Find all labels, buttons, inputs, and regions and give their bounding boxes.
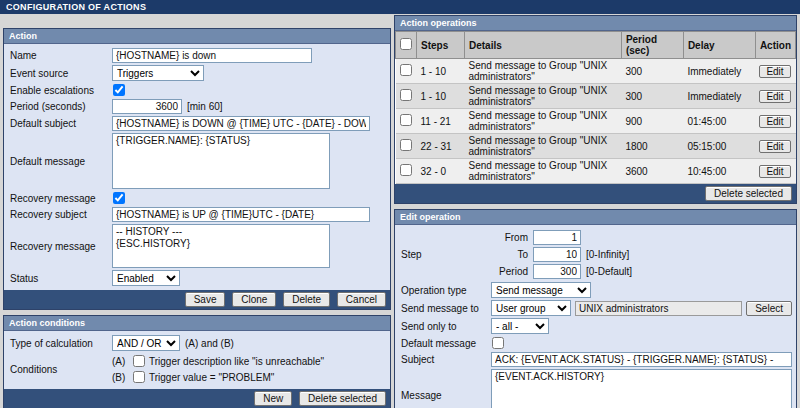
col-period: Period (sec)	[621, 32, 683, 59]
send-message-to-label: Send message to	[399, 303, 491, 314]
row-checkbox[interactable]	[400, 139, 412, 151]
table-row: 11 - 21 Send message to Group "UNIX admi…	[396, 109, 796, 134]
operation-type-label: Operation type	[399, 285, 491, 296]
select-all-checkbox[interactable]	[400, 38, 412, 50]
action-conditions-footer: New Delete selected	[4, 389, 390, 408]
status-select[interactable]: Enabled	[112, 270, 180, 286]
send-only-to-select[interactable]: - all -	[491, 318, 549, 334]
step-period-input[interactable]	[533, 264, 581, 279]
row-period: 3600	[621, 159, 683, 184]
condition-a-checkbox[interactable]	[133, 355, 145, 367]
row-steps: 1 - 10	[417, 84, 465, 109]
calc-type-note: (A) and (B)	[185, 338, 234, 349]
default-subject-input[interactable]	[112, 116, 370, 131]
name-input[interactable]	[112, 48, 312, 63]
event-source-select[interactable]: Triggers	[112, 65, 204, 81]
edit-operation-body: Step From To [0-Infinity] Period [0-D	[395, 225, 796, 408]
action-operations-panel: Action operations Steps Details Period (…	[394, 15, 797, 204]
row-checkbox[interactable]	[400, 64, 412, 76]
message-textarea[interactable]: {EVENT.ACK.HISTORY}	[491, 369, 792, 408]
name-label: Name	[8, 50, 112, 61]
row-details: Send message to Group "UNIX administrato…	[465, 159, 622, 184]
row-details: Send message to Group "UNIX administrato…	[465, 134, 622, 159]
table-row: 22 - 31 Send message to Group "UNIX admi…	[396, 134, 796, 159]
send-message-target-box: UNIX administrators	[575, 301, 742, 316]
operations-table: Steps Details Period (sec) Delay Action …	[395, 31, 796, 184]
row-delay: 10:45:00	[683, 159, 755, 184]
row-period: 1800	[621, 134, 683, 159]
step-to-label: To	[491, 249, 533, 260]
save-button[interactable]: Save	[185, 292, 226, 307]
recovery-message-flag-label: Recovery message	[8, 193, 112, 204]
period-input[interactable]	[112, 99, 182, 114]
row-checkbox[interactable]	[400, 164, 412, 176]
row-delay: 05:15:00	[683, 134, 755, 159]
step-period-hint: [0-Default]	[586, 266, 632, 277]
default-message-flag-label: Default message	[399, 338, 491, 349]
row-period: 900	[621, 109, 683, 134]
delete-selected-operations-button[interactable]: Delete selected	[705, 186, 792, 201]
edit-operation-button[interactable]: Edit	[759, 115, 790, 128]
operation-type-select[interactable]: Send message	[491, 282, 591, 298]
row-details: Send message to Group "UNIX administrato…	[465, 59, 622, 84]
action-panel-footer: Save Clone Delete Cancel	[4, 290, 390, 309]
recovery-message-textarea[interactable]: -- HISTORY --- {ESC.HISTORY}	[112, 224, 330, 268]
recovery-subject-input[interactable]	[112, 207, 370, 222]
recovery-subject-label: Recovery subject	[8, 209, 112, 220]
recovery-message-label: Recovery message	[8, 241, 112, 252]
condition-key: (B)	[112, 372, 132, 383]
row-checkbox[interactable]	[400, 89, 412, 101]
default-message-label: Default message	[8, 156, 112, 167]
edit-operation-button[interactable]: Edit	[759, 140, 790, 153]
period-label: Period (seconds)	[8, 101, 112, 112]
action-conditions-title: Action conditions	[4, 316, 390, 331]
calc-type-label: Type of calculation	[8, 338, 112, 349]
table-row: 32 - 0 Send message to Group "UNIX admin…	[396, 159, 796, 184]
right-column: Action operations Steps Details Period (…	[394, 15, 797, 408]
action-conditions-body: Type of calculation AND / OR (A) and (B)…	[4, 331, 390, 389]
message-label: Message	[399, 390, 491, 401]
row-details: Send message to Group "UNIX administrato…	[465, 109, 622, 134]
row-steps: 22 - 31	[417, 134, 465, 159]
table-row: 1 - 10 Send message to Group "UNIX admin…	[396, 59, 796, 84]
delete-button[interactable]: Delete	[283, 292, 330, 307]
send-message-to-select[interactable]: User group	[491, 300, 571, 316]
step-to-input[interactable]	[533, 247, 581, 262]
delete-selected-conditions-button[interactable]: Delete selected	[299, 391, 386, 406]
enable-escalations-label: Enable escalations	[8, 85, 112, 96]
default-message-checkbox[interactable]	[492, 337, 504, 349]
recovery-message-checkbox[interactable]	[113, 192, 125, 204]
edit-operation-title: Edit operation	[395, 210, 796, 225]
row-period: 300	[621, 59, 683, 84]
table-row: 1 - 10 Send message to Group "UNIX admin…	[396, 84, 796, 109]
edit-operation-button[interactable]: Edit	[759, 90, 790, 103]
send-only-to-label: Send only to	[399, 321, 491, 332]
step-from-label: From	[491, 232, 533, 243]
row-details: Send message to Group "UNIX administrato…	[465, 84, 622, 109]
action-panel: Action Name Event source Triggers Enable…	[3, 28, 391, 310]
step-to-hint: [0-Infinity]	[586, 249, 629, 260]
condition-b-checkbox[interactable]	[133, 371, 145, 383]
period-hint: [min 60]	[187, 101, 223, 112]
edit-operation-button[interactable]: Edit	[759, 165, 790, 178]
new-condition-button[interactable]: New	[254, 391, 292, 406]
condition-text: Trigger value = "PROBLEM"	[149, 372, 274, 383]
default-message-textarea[interactable]: {TRIGGER.NAME}: {STATUS}	[112, 133, 330, 189]
conditions-list-label: Conditions	[8, 364, 112, 375]
status-label: Status	[8, 273, 112, 284]
enable-escalations-checkbox[interactable]	[113, 84, 125, 96]
subject-label: Subject	[399, 354, 491, 365]
action-panel-title: Action	[4, 29, 390, 44]
row-checkbox[interactable]	[400, 114, 412, 126]
select-target-button[interactable]: Select	[746, 301, 792, 316]
step-from-input[interactable]	[533, 230, 581, 245]
calc-type-select[interactable]: AND / OR	[112, 335, 180, 351]
row-steps: 1 - 10	[417, 59, 465, 84]
edit-operation-button[interactable]: Edit	[759, 65, 790, 78]
page-title: CONFIGURATION OF ACTIONS	[6, 2, 146, 12]
subject-input[interactable]	[491, 352, 792, 367]
condition-text: Trigger description like "is unreachable…	[149, 356, 324, 367]
cancel-button[interactable]: Cancel	[337, 292, 386, 307]
col-action: Action	[755, 32, 795, 59]
clone-button[interactable]: Clone	[232, 292, 276, 307]
